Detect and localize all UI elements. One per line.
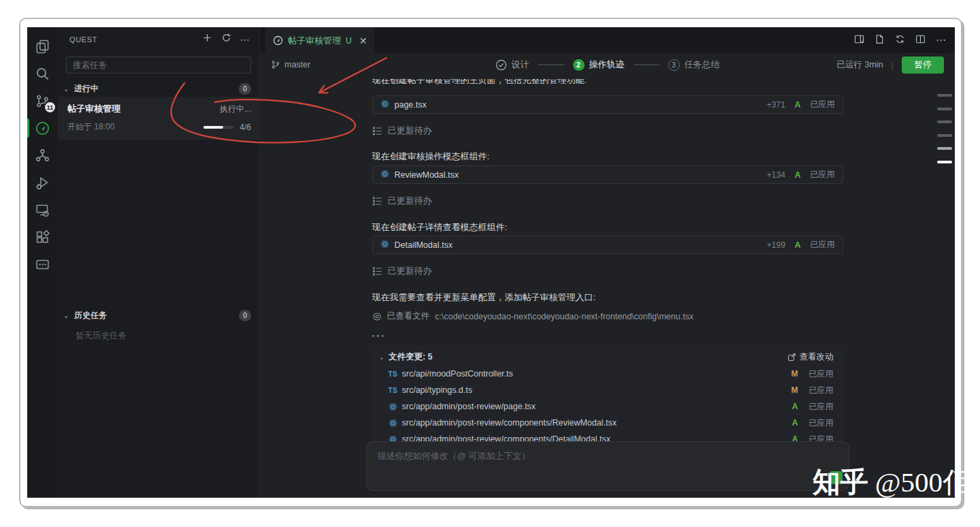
todo-label: 已更新待办 xyxy=(388,125,432,137)
file-pill-page[interactable]: page.tsx +371 A 已应用 xyxy=(372,95,843,114)
lines-added: +134 xyxy=(767,170,785,180)
react-file-icon xyxy=(389,402,401,411)
file-changes-panel: ⌄ 文件变更: 5 查看改动 TS src/api/moodPostContro… xyxy=(372,345,843,453)
quest-sidebar: QUEST ⋯ ⌄ 进行中 0 帖子审核管理 执行中... xyxy=(58,27,260,498)
git-letter: M xyxy=(791,385,798,395)
apply-status: 已应用 xyxy=(804,401,834,413)
file-path: src/app/admin/post-review/page.tsx xyxy=(402,402,792,411)
split-editor-icon[interactable] xyxy=(915,34,926,47)
ide-workbench: 11 QUEST xyxy=(27,27,955,498)
checklist-icon xyxy=(372,266,382,276)
apply-status: 已应用 xyxy=(804,417,834,429)
file-changes-header[interactable]: ⌄ 文件变更: 5 查看改动 xyxy=(379,351,834,363)
ts-file-icon: TS xyxy=(389,387,397,394)
refresh-icon[interactable] xyxy=(221,33,231,46)
step-summary[interactable]: 3 任务总结 xyxy=(668,59,720,71)
react-file-icon xyxy=(380,239,389,251)
watermark: 知乎@500佰 xyxy=(813,464,970,501)
active-indicator xyxy=(27,118,29,138)
task-search-input[interactable] xyxy=(66,57,251,74)
customize-layout-icon[interactable] xyxy=(854,34,864,47)
step-trajectory[interactable]: 2 操作轨迹 xyxy=(573,59,625,71)
react-file-icon xyxy=(380,169,389,181)
explorer-icon[interactable] xyxy=(27,33,58,60)
source-control-icon[interactable]: 11 xyxy=(27,87,58,114)
chat-panel-icon[interactable] xyxy=(27,251,58,278)
todo-updated: 已更新待办 xyxy=(372,195,843,207)
step-number: 3 xyxy=(668,59,680,71)
section-badge: 0 xyxy=(239,310,251,321)
task-name: 帖子审核管理 xyxy=(67,103,220,115)
scroll-marker-current xyxy=(937,161,952,163)
apply-status: 已应用 xyxy=(811,169,835,180)
more-icon[interactable]: ⋯ xyxy=(240,34,250,45)
task-progress-label: 4/6 xyxy=(240,123,251,132)
viewed-label: 已查看文件 xyxy=(387,310,430,322)
pause-button[interactable]: 暂停 xyxy=(902,57,944,74)
statement: 现在创建帖子详情查看模态框组件: xyxy=(372,222,843,233)
task-item[interactable]: 帖子审核管理 执行中... 开始于 18:00 4/6 xyxy=(58,97,259,140)
more-actions-icon[interactable]: ⋯ xyxy=(936,34,947,46)
page: 11 QUEST xyxy=(0,0,980,527)
changed-file-row[interactable]: TS src/api/typings.d.ts M 已应用 xyxy=(379,385,834,396)
section-history[interactable]: ⌄ 历史任务 0 xyxy=(58,307,259,323)
composer-input[interactable] xyxy=(367,442,849,490)
close-icon[interactable]: ✕ xyxy=(359,35,368,46)
statement: 现在我需要查看并更新菜单配置，添加帖子审核管理入口: xyxy=(372,292,843,303)
changed-file-row[interactable]: src/app/admin/post-review/page.tsx A 已应用 xyxy=(379,402,834,413)
react-file-icon xyxy=(380,99,389,111)
extensions-icon[interactable] xyxy=(27,223,58,251)
file-path: src/api/moodPostController.ts xyxy=(402,369,791,379)
run-debug-icon[interactable] xyxy=(27,169,58,196)
watermark-handle: @500佰 xyxy=(875,466,970,498)
view-changes-link[interactable]: 查看改动 xyxy=(787,351,834,363)
chat-content: 现在创建帖子审核管理的主页面，包括完整的管理功能: page.tsx +371 … xyxy=(260,76,955,498)
sync-icon[interactable] xyxy=(895,34,905,47)
git-letter: A xyxy=(792,402,798,411)
lines-added: +371 xyxy=(767,100,785,110)
scroll-markers[interactable] xyxy=(937,94,952,174)
watermark-brand: 知乎 xyxy=(813,466,868,498)
search-icon[interactable] xyxy=(27,60,58,87)
sidebar-title: QUEST xyxy=(69,35,202,44)
statement: 现在创建审核操作模态框组件: xyxy=(372,151,843,162)
ts-file-icon: TS xyxy=(389,370,397,378)
scroll-marker xyxy=(937,121,952,123)
lines-added: +199 xyxy=(767,240,785,250)
task-progress-fill xyxy=(203,126,223,129)
scroll-marker xyxy=(937,108,952,110)
step-number: 2 xyxy=(573,59,585,71)
git-letter: A xyxy=(795,170,801,180)
react-file-icon xyxy=(389,419,401,428)
new-file-icon[interactable] xyxy=(875,34,885,47)
viewed-path: c:\code\codeyoudao-next\codeyoudao-next-… xyxy=(435,312,693,321)
section-in-progress[interactable]: ⌄ 进行中 0 xyxy=(58,80,259,97)
file-name: DetailModal.tsx xyxy=(395,240,762,250)
file-pill-detail-modal[interactable]: DetailModal.tsx +199 A 已应用 xyxy=(372,236,843,254)
remote-explorer-icon[interactable] xyxy=(27,196,58,223)
tab-bar: 帖子审核管理 U ✕ ⋯ xyxy=(260,27,955,53)
git-letter: A xyxy=(792,418,798,428)
step-design[interactable]: 设计 xyxy=(495,59,529,71)
tab-post-review[interactable]: 帖子审核管理 U ✕ xyxy=(265,27,374,53)
eye-icon xyxy=(372,312,382,321)
file-pill-review-modal[interactable]: ReviewModal.tsx +134 A 已应用 xyxy=(372,165,843,184)
apply-status: 已应用 xyxy=(804,368,834,380)
new-task-icon[interactable] xyxy=(202,33,212,46)
branch-name: master xyxy=(284,60,310,69)
scroll-marker xyxy=(937,147,952,150)
changed-file-row[interactable]: TS src/api/moodPostController.ts M 已应用 xyxy=(379,369,834,380)
branch-indicator[interactable]: master xyxy=(271,60,310,69)
activity-bar: 11 xyxy=(27,27,58,498)
nodes-icon[interactable] xyxy=(27,142,58,169)
sidebar-header: QUEST ⋯ xyxy=(58,27,259,51)
task-status: 执行中... xyxy=(220,103,251,115)
git-letter: M xyxy=(791,369,798,379)
check-circle-icon xyxy=(495,59,507,71)
step-label: 操作轨迹 xyxy=(589,59,625,71)
source-control-badge: 11 xyxy=(45,102,55,112)
scroll-marker xyxy=(937,134,952,137)
changed-file-row[interactable]: src/app/admin/post-review/components/Rev… xyxy=(379,418,834,429)
quest-extension-icon[interactable] xyxy=(27,114,58,142)
task-start-time: 开始于 18:00 xyxy=(67,121,203,133)
